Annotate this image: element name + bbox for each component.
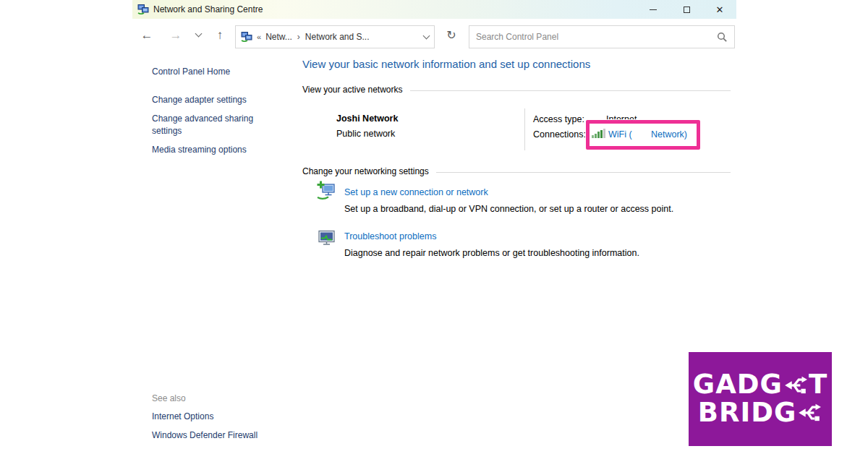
network-name: Joshi Network: [336, 113, 398, 124]
setup-new-connection-description: Set up a broadband, dial-up or VPN conne…: [344, 204, 673, 214]
maximize-icon: [684, 7, 690, 13]
gadgetbridge-logo: GADG T BRIDG: [689, 352, 832, 446]
connections-label: Connections:: [533, 129, 586, 140]
sidebar-item-change-adapter-settings[interactable]: Change adapter settings: [152, 95, 247, 105]
page-title: View your basic network information and …: [302, 58, 590, 70]
navigation-toolbar: ← → ↑ « Netw... › Network and S...: [132, 19, 736, 51]
breadcrumb[interactable]: « Netw... › Network and S...: [235, 25, 435, 48]
minimize-icon: [650, 9, 657, 10]
section-divider: [436, 172, 731, 173]
sidebar-item-change-advanced-sharing[interactable]: Change advanced sharing settings: [152, 113, 266, 138]
window-title: Network and Sharing Centre: [153, 4, 263, 14]
sidebar-item-control-panel-home[interactable]: Control Panel Home: [152, 67, 230, 77]
search-input[interactable]: [476, 32, 717, 42]
sidebar-item-media-streaming-options[interactable]: Media streaming options: [152, 145, 247, 155]
minimize-button[interactable]: [637, 0, 670, 19]
recent-pages-chevron-icon[interactable]: [190, 19, 206, 51]
section-divider: [410, 90, 731, 91]
network-column-divider: [524, 108, 525, 150]
usb-arrow-icon: [797, 401, 822, 425]
active-networks-label: View your active networks: [302, 85, 403, 95]
up-button[interactable]: ↑: [212, 19, 228, 51]
logo-line-2: BRIDG: [698, 399, 823, 427]
page: Network and Sharing Centre ✕ ← → ↑: [0, 0, 868, 454]
logo-text-bridg: BRIDG: [698, 399, 797, 427]
breadcrumb-item-current[interactable]: Network and S...: [305, 32, 370, 42]
wifi-signal-icon: [592, 128, 606, 138]
network-window-icon: [137, 4, 149, 15]
wifi-connection-link[interactable]: WiFi (: [608, 129, 632, 140]
back-button[interactable]: ←: [139, 19, 155, 51]
access-type-value: Internet: [606, 114, 637, 124]
search-box[interactable]: [469, 25, 735, 48]
titlebar: Network and Sharing Centre ✕: [132, 0, 736, 19]
breadcrumb-separator-icon: ›: [297, 32, 300, 42]
troubleshoot-description: Diagnose and repair network problems or …: [344, 248, 639, 258]
sidebar-item-windows-defender-firewall[interactable]: Windows Defender Firewall: [152, 430, 258, 440]
close-button[interactable]: ✕: [703, 0, 736, 19]
logo-text-t: T: [809, 371, 827, 399]
refresh-button[interactable]: ↻: [443, 19, 460, 51]
wifi-connection-link-suffix[interactable]: Network): [651, 129, 687, 140]
logo-line-1: GADG T: [693, 371, 827, 399]
active-networks-section-header: View your active networks: [302, 85, 731, 95]
search-icon[interactable]: [717, 32, 728, 43]
see-also-header: See also: [152, 393, 186, 403]
network-profile: Public network: [336, 129, 395, 139]
maximize-button[interactable]: [670, 0, 703, 19]
networking-settings-label: Change your networking settings: [302, 166, 429, 176]
access-type-label: Access type:: [533, 114, 584, 124]
network-breadcrumb-icon: [241, 31, 252, 43]
forward-button[interactable]: →: [168, 19, 184, 51]
setup-new-connection-link[interactable]: Set up a new connection or network: [344, 187, 488, 197]
window-controls: ✕: [637, 0, 736, 19]
usb-arrow-icon: [783, 373, 808, 398]
breadcrumb-chevron-icon[interactable]: [424, 36, 429, 38]
sidebar-item-internet-options[interactable]: Internet Options: [152, 411, 213, 421]
networking-settings-section-header: Change your networking settings: [302, 166, 731, 176]
troubleshoot-problems-link[interactable]: Troubleshoot problems: [344, 231, 436, 241]
network-sharing-window: Network and Sharing Centre ✕ ← → ↑: [132, 0, 736, 454]
breadcrumb-item-network[interactable]: Netw...: [265, 32, 292, 42]
troubleshoot-icon: [317, 228, 336, 248]
breadcrumb-overflow[interactable]: «: [257, 33, 261, 41]
logo-text-gadg: GADG: [693, 371, 783, 399]
new-connection-icon: [317, 181, 336, 200]
